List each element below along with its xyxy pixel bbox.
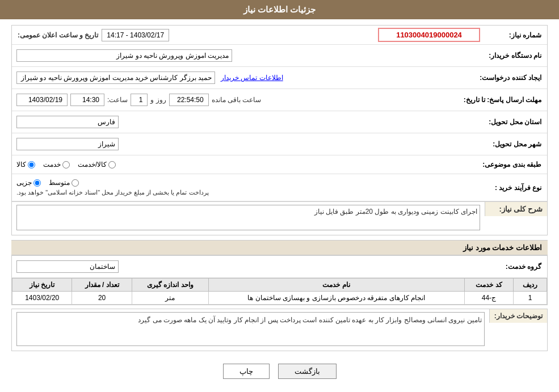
buyer-notes-textarea[interactable] bbox=[16, 312, 485, 346]
announcement-date-group: 1403/02/17 - 14:17 تاریخ و ساعت اعلان عم… bbox=[12, 29, 169, 41]
time-label: ساعت: bbox=[107, 96, 128, 104]
response-deadline-container: ساعت باقی مانده 22:54:50 روز و 1 ساعت: 1… bbox=[12, 91, 458, 108]
response-date-value: 1403/02/19 bbox=[16, 94, 68, 106]
col-header-unit: واحد اندازه گیری bbox=[132, 279, 208, 292]
row-name: انجام کارهای متفرقه درخصوص بازسازی و بهس… bbox=[208, 292, 464, 305]
purchase-type-jozii[interactable]: جزیی bbox=[16, 179, 41, 187]
need-desc-textarea-container: اجرای کابینت زمینی ودیواری به طول 20متر … bbox=[16, 205, 480, 232]
org-name-value bbox=[12, 47, 483, 64]
category-container: کالا/خدمت خدمت کالا bbox=[12, 158, 477, 171]
city-label: شهر محل تحویل: bbox=[485, 137, 547, 151]
category-kala-radio[interactable] bbox=[28, 161, 35, 168]
category-radio-group: کالا/خدمت خدمت کالا bbox=[16, 161, 116, 168]
org-name-input[interactable] bbox=[16, 49, 232, 62]
announcement-date-value: 1403/02/17 - 14:17 bbox=[102, 29, 169, 41]
purchase-type-note: پرداخت تمام یا بخشی از مبلغ خریداز محل "… bbox=[16, 189, 209, 196]
need-number-label: شماره نیاز: bbox=[485, 28, 547, 42]
need-number-value: 1103004019000024 bbox=[378, 28, 480, 42]
category-kala-khedmat[interactable]: کالا/خدمت bbox=[78, 161, 116, 168]
col-header-qty: تعداد / مقدار bbox=[72, 279, 132, 292]
service-group-container bbox=[12, 258, 496, 275]
remaining-hours-label: ساعت باقی مانده bbox=[212, 96, 262, 104]
creator-label: ایجاد کننده درخواست: bbox=[474, 71, 547, 85]
category-label: طبقه بندی موضوعی: bbox=[477, 158, 547, 171]
creator-container: اطلاعات تماس خریدار bbox=[12, 69, 474, 86]
days-value: 1 bbox=[131, 94, 148, 106]
category-khedmat[interactable]: خدمت bbox=[43, 161, 70, 168]
row-code: ج-44 bbox=[464, 292, 514, 305]
action-buttons: بازگشت چاپ bbox=[11, 357, 548, 386]
purchase-type-container: متوسط جزیی پرداخت تمام یا بخشی از مبلغ خ… bbox=[12, 176, 485, 199]
org-name-label: نام دستگاه خریدار: bbox=[483, 49, 547, 62]
back-button[interactable]: بازگشت bbox=[278, 364, 337, 379]
row-unit: متر bbox=[132, 292, 208, 305]
category-khedmat-radio[interactable] bbox=[62, 161, 70, 168]
city-input[interactable] bbox=[16, 138, 119, 150]
print-button[interactable]: چاپ bbox=[223, 364, 270, 379]
buyer-notes-container: تامین نیروی انسانی ومصالح وابزار کار به … bbox=[12, 309, 489, 351]
page-title: جزئیات اطلاعات نیاز bbox=[243, 5, 316, 14]
creator-input[interactable] bbox=[16, 71, 215, 84]
row-date: 1403/02/20 bbox=[12, 292, 72, 305]
purchase-type-radio-group: متوسط جزیی bbox=[16, 179, 79, 187]
province-input[interactable] bbox=[16, 116, 119, 128]
need-desc-container: اجرای کابینت زمینی ودیواری به طول 20متر … bbox=[12, 202, 485, 235]
row-quantity: 20 bbox=[72, 292, 132, 305]
col-header-date: تاریخ نیاز bbox=[12, 279, 72, 292]
contact-link[interactable]: اطلاعات تماس خریدار bbox=[221, 74, 283, 82]
response-deadline-label: مهلت ارسال پاسخ: تا تاریخ: bbox=[458, 93, 547, 107]
col-header-row: ردیف bbox=[514, 279, 547, 292]
table-row: 1 ج-44 انجام کارهای متفرقه درخصوص بازساز… bbox=[12, 292, 547, 305]
announcement-date-label: تاریخ و ساعت اعلان عمومی: bbox=[18, 31, 98, 39]
need-desc-value: اجرای کابینت زمینی ودیواری به طول 20متر … bbox=[314, 208, 477, 216]
days-label: روز و bbox=[150, 96, 166, 104]
response-time-value: 14:30 bbox=[70, 94, 104, 106]
buyer-notes-label: توضیحات خریدار: bbox=[489, 309, 547, 323]
col-header-code: کد خدمت bbox=[464, 279, 514, 292]
services-section-title: اطلاعات خدمات مورد نیاز bbox=[11, 240, 548, 255]
service-group-label: گروه خدمت: bbox=[496, 260, 547, 273]
purchase-type-motavasset-radio[interactable] bbox=[72, 179, 79, 187]
category-kala[interactable]: کالا bbox=[16, 161, 35, 168]
col-header-name: نام خدمت bbox=[208, 279, 464, 292]
purchase-type-motavasset[interactable]: متوسط bbox=[49, 179, 79, 187]
page-header: جزئیات اطلاعات نیاز bbox=[0, 0, 559, 19]
row-number: 1 bbox=[514, 292, 547, 305]
need-number-container: 1103004019000024 bbox=[373, 28, 485, 42]
category-kala-khedmat-radio[interactable] bbox=[108, 161, 116, 168]
province-container bbox=[12, 113, 483, 130]
purchase-type-jozii-radio[interactable] bbox=[33, 179, 41, 187]
purchase-type-label: نوع فرآیند خرید : bbox=[485, 181, 547, 195]
province-label: استان محل تحویل: bbox=[483, 115, 547, 129]
remaining-time-value: 22:54:50 bbox=[169, 94, 209, 106]
services-table: ردیف کد خدمت نام خدمت واحد اندازه گیری ت… bbox=[12, 278, 547, 305]
service-group-input[interactable] bbox=[16, 260, 119, 273]
need-desc-section-label: شرح کلی نیاز: bbox=[485, 202, 547, 216]
city-container bbox=[12, 136, 485, 153]
